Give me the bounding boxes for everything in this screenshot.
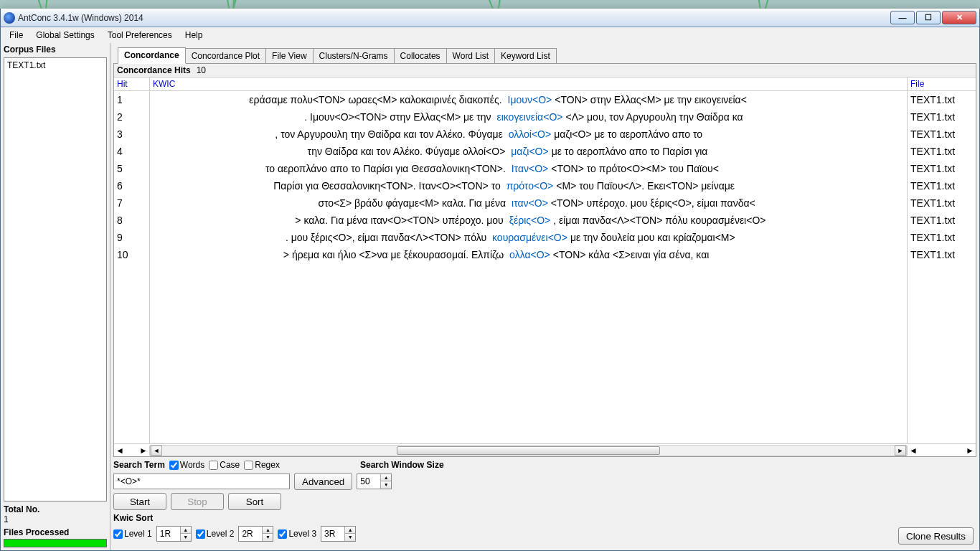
- scroll-right-icon[interactable]: ►: [139, 446, 148, 456]
- spinner-up-icon[interactable]: ▲: [381, 474, 391, 481]
- clone-results-button[interactable]: Clone Results: [898, 527, 974, 545]
- result-file[interactable]: TEXT1.txt: [908, 246, 976, 263]
- close-button[interactable]: ✕: [942, 11, 976, 24]
- result-file[interactable]: TEXT1.txt: [908, 177, 976, 194]
- file-scroll-left-icon[interactable]: ◄: [909, 446, 918, 456]
- spinner-up-icon[interactable]: ▲: [263, 527, 273, 534]
- window-size-stepper[interactable]: ▲▼: [357, 474, 392, 489]
- result-file[interactable]: TEXT1.txt: [908, 194, 976, 212]
- tab-bar: Concordance Concordance Plot File View C…: [118, 46, 976, 63]
- kwic-keyword: εικογεινεία<Ο>: [491, 108, 566, 126]
- concordance-hits-label: Concordance Hits: [117, 65, 191, 75]
- result-file[interactable]: TEXT1.txt: [908, 212, 976, 229]
- app-window: AntConc 3.4.1w (Windows) 2014 — ☐ ✕ File…: [0, 9, 980, 551]
- controls-panel: Search Term Words Case Regex Search Wind…: [113, 457, 976, 547]
- spinner-down-icon[interactable]: ▼: [345, 534, 355, 541]
- level1-input[interactable]: [157, 529, 180, 539]
- corpus-file-item[interactable]: TEXT1.txt: [6, 60, 105, 71]
- corpus-files-list[interactable]: TEXT1.txt: [4, 57, 107, 501]
- level1-stepper[interactable]: ▲▼: [156, 526, 192, 542]
- advanced-button[interactable]: Advanced: [294, 473, 352, 490]
- result-file[interactable]: TEXT1.txt: [908, 143, 976, 160]
- result-file[interactable]: TEXT1.txt: [908, 229, 976, 246]
- level2-input[interactable]: [239, 529, 262, 539]
- case-checkbox[interactable]: [209, 461, 218, 470]
- hit-number: 3: [114, 126, 149, 143]
- scroll-left-icon[interactable]: ◄: [116, 446, 124, 456]
- kwic-row[interactable]: Παρίσι για Θεσσαλονικη<ΤΟΝ>. Ιταν<Ο><ΤΟΝ…: [150, 177, 907, 194]
- kwic-row[interactable]: > καλα. Για μένα ιταν<Ο><ΤΟΝ> υπέροχο. μ…: [150, 212, 907, 229]
- menu-global-settings[interactable]: Global Settings: [30, 29, 100, 42]
- kwic-row[interactable]: το αεροπλάνο απο το Παρίσι για Θεσσαλονι…: [150, 160, 907, 177]
- minimize-icon: —: [899, 14, 907, 22]
- tab-concordance[interactable]: Concordance: [118, 47, 186, 64]
- kwic-right-context: , είμαι πανδα<Λ><ΤΟΝ> πόλυ κουρασμένει<Ο…: [553, 212, 904, 229]
- kwic-row[interactable]: εράσαμε πολυ<ΤΟΝ> ωραες<Μ> καλοκαιρινές …: [150, 91, 907, 108]
- tab-clusters-ngrams[interactable]: Clusters/N-Grams: [313, 48, 395, 63]
- kwic-horizontal-scrollbar[interactable]: ◄ ►: [150, 445, 907, 456]
- spinner-up-icon[interactable]: ▲: [181, 527, 191, 534]
- hit-number: 9: [114, 229, 149, 246]
- scroll-right-button[interactable]: ►: [895, 446, 906, 456]
- kwic-row[interactable]: . μου ξέρις<Ο>, είμαι πανδα<Λ><ΤΟΝ> πόλυ…: [150, 229, 907, 246]
- words-checkbox[interactable]: [169, 461, 179, 470]
- spinner-down-icon[interactable]: ▼: [181, 534, 191, 541]
- tab-file-view[interactable]: File View: [265, 48, 313, 63]
- stop-button[interactable]: Stop: [171, 493, 224, 510]
- window-size-input[interactable]: [357, 476, 380, 486]
- level1-checkbox[interactable]: [113, 529, 123, 539]
- spinner-down-icon[interactable]: ▼: [381, 481, 391, 489]
- kwic-keyword: πρότο<Ο>: [501, 177, 556, 194]
- tab-keyword-list[interactable]: Keyword List: [494, 48, 557, 63]
- level2-stepper[interactable]: ▲▼: [238, 526, 273, 542]
- kwic-keyword: Ιμουν<Ο>: [502, 91, 555, 108]
- tab-collocates[interactable]: Collocates: [394, 48, 447, 63]
- minimize-button[interactable]: —: [890, 11, 915, 24]
- hit-number: 10: [114, 246, 149, 263]
- main-panel: Concordance Concordance Plot File View C…: [110, 43, 979, 550]
- level3-checkbox[interactable]: [278, 529, 287, 539]
- column-hit[interactable]: Hit: [114, 77, 150, 90]
- kwic-row[interactable]: την Θαίδρα και τον Αλέκο. Φύγαμε ολλοί<Ο…: [150, 143, 907, 160]
- files-processed-progress: [4, 539, 107, 547]
- tab-concordance-plot[interactable]: Concordance Plot: [185, 48, 266, 63]
- title-bar[interactable]: AntConc 3.4.1w (Windows) 2014 — ☐ ✕: [1, 9, 979, 27]
- scroll-thumb[interactable]: [397, 446, 661, 455]
- left-panel: Corpus Files TEXT1.txt Total No. 1 Files…: [1, 43, 110, 550]
- result-file[interactable]: TEXT1.txt: [908, 91, 976, 108]
- sort-button[interactable]: Sort: [228, 493, 281, 510]
- menu-file[interactable]: File: [4, 29, 29, 42]
- search-window-size-label: Search Window Size: [360, 460, 444, 470]
- level2-checkbox[interactable]: [196, 529, 205, 539]
- regex-checkbox[interactable]: [244, 461, 253, 470]
- kwic-keyword: ξέρις<Ο>: [504, 212, 553, 229]
- results-grid: 12345678910 εράσαμε πολυ<ΤΟΝ> ωραες<Μ> κ…: [114, 91, 976, 443]
- kwic-left-context: την Θαίδρα και τον Αλέκο. Φύγαμε ολλοί<Ο…: [153, 143, 505, 160]
- result-file[interactable]: TEXT1.txt: [908, 126, 976, 143]
- result-file[interactable]: TEXT1.txt: [908, 160, 976, 177]
- file-scroll-right-icon[interactable]: ►: [966, 446, 974, 456]
- kwic-row[interactable]: στο<Σ> βράδυ φάγαμε<Μ> καλα. Για μένα ιτ…: [150, 194, 907, 212]
- kwic-right-context: με την δουλεία μου και κρίαζομαι<Μ>: [570, 229, 904, 246]
- start-button[interactable]: Start: [113, 493, 166, 510]
- kwic-row[interactable]: > ήρεμα και ήλιο <Σ>να με ξέκουρασομαί. …: [150, 246, 907, 263]
- result-file[interactable]: TEXT1.txt: [908, 108, 976, 126]
- tab-word-list[interactable]: Word List: [446, 48, 495, 63]
- menu-help[interactable]: Help: [179, 29, 209, 42]
- search-term-label: Search Term: [113, 460, 165, 470]
- kwic-left-context: εράσαμε πολυ<ΤΟΝ> ωραες<Μ> καλοκαιρινές …: [153, 91, 502, 108]
- spinner-down-icon[interactable]: ▼: [263, 534, 273, 541]
- column-file[interactable]: File: [907, 77, 976, 90]
- menu-tool-preferences[interactable]: Tool Preferences: [102, 29, 178, 42]
- scroll-left-button[interactable]: ◄: [151, 446, 162, 456]
- level3-stepper[interactable]: ▲▼: [321, 526, 356, 542]
- kwic-row[interactable]: , τον Αργυρουλη την Θαίδρα και τον Αλέκο…: [150, 126, 907, 143]
- search-input[interactable]: [113, 474, 290, 489]
- level3-input[interactable]: [321, 529, 344, 539]
- column-kwic[interactable]: KWIC: [150, 77, 907, 90]
- hit-number: 8: [114, 212, 149, 229]
- hit-number: 6: [114, 177, 149, 194]
- spinner-up-icon[interactable]: ▲: [345, 527, 355, 534]
- maximize-button[interactable]: ☐: [916, 11, 941, 24]
- kwic-row[interactable]: . Ιμουν<Ο><ΤΟΝ> στην Ελλας<Μ> με την εικ…: [150, 108, 907, 126]
